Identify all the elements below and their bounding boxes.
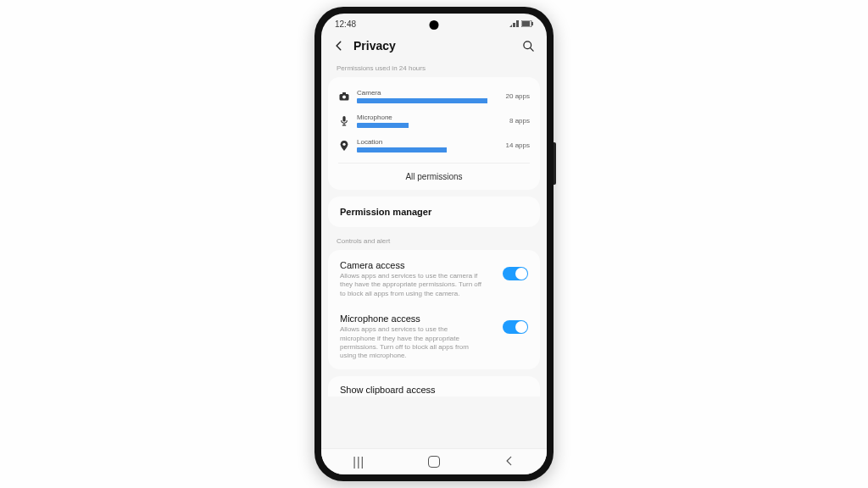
camera-notch [430, 20, 439, 30]
camera-access-item[interactable]: Camera access Allows apps and services t… [337, 253, 531, 307]
perm-count: 8 apps [499, 117, 530, 125]
perm-count: 20 apps [499, 92, 530, 100]
microphone-access-toggle[interactable] [503, 320, 528, 334]
controls-heading: Controls and alert [328, 234, 540, 250]
permission-manager-item[interactable]: Permission manager [328, 197, 540, 227]
page-title: Privacy [353, 39, 514, 53]
ctrl-title: Show clipboard access [340, 385, 436, 395]
perm-label: Microphone [357, 114, 492, 121]
perm-row-camera[interactable]: Camera 20 apps [338, 86, 530, 110]
ctrl-desc: Allows apps and services to use the micr… [340, 325, 484, 361]
perm-row-location[interactable]: Location 14 apps [338, 135, 530, 159]
svg-line-4 [530, 47, 533, 51]
nav-recent[interactable]: ||| [353, 455, 364, 469]
phone-frame: 12:48 Privacy Permissions used in 24 hou… [314, 7, 554, 481]
controls-card: Camera access Allows apps and services t… [328, 250, 540, 369]
svg-point-7 [342, 95, 346, 98]
microphone-icon [338, 116, 350, 126]
clipboard-access-item[interactable]: Show clipboard access [328, 376, 540, 396]
side-button [554, 142, 556, 185]
perm-label: Camera [357, 89, 492, 97]
svg-rect-6 [342, 92, 346, 95]
location-icon [338, 141, 350, 151]
nav-bar: ||| [321, 448, 547, 474]
perm-label: Location [357, 138, 492, 146]
camera-access-toggle[interactable] [503, 267, 528, 280]
status-icons [509, 19, 533, 29]
nav-home[interactable] [428, 456, 440, 468]
signal-icon [509, 19, 519, 29]
permissions-heading: Permissions used in 24 hours [328, 61, 540, 77]
permissions-card[interactable]: Camera 20 apps Microphone 8 apps [328, 77, 540, 190]
ctrl-desc: Allows apps and services to use the came… [340, 272, 484, 298]
svg-rect-1 [522, 21, 530, 26]
screen: 12:48 Privacy Permissions used in 24 hou… [321, 14, 547, 474]
perm-count: 14 apps [499, 141, 530, 149]
camera-icon [338, 92, 350, 101]
perm-bar [357, 147, 447, 152]
perm-bar [357, 123, 409, 128]
ctrl-title: Microphone access [340, 313, 494, 324]
ctrl-title: Camera access [340, 260, 494, 270]
svg-rect-2 [531, 22, 533, 25]
perm-bar [357, 98, 487, 103]
svg-rect-8 [342, 116, 345, 122]
svg-point-11 [342, 142, 345, 145]
back-icon[interactable] [333, 40, 345, 52]
microphone-access-item[interactable]: Microphone access Allows apps and servic… [337, 307, 531, 369]
all-permissions-link[interactable]: All permissions [338, 163, 530, 181]
status-time: 12:48 [335, 19, 356, 29]
content: Permissions used in 24 hours Camera 20 a… [321, 61, 547, 448]
nav-back[interactable] [504, 455, 515, 469]
perm-row-microphone[interactable]: Microphone 8 apps [338, 110, 530, 135]
search-icon[interactable] [522, 40, 535, 53]
battery-icon [521, 19, 533, 29]
header: Privacy [321, 34, 547, 61]
